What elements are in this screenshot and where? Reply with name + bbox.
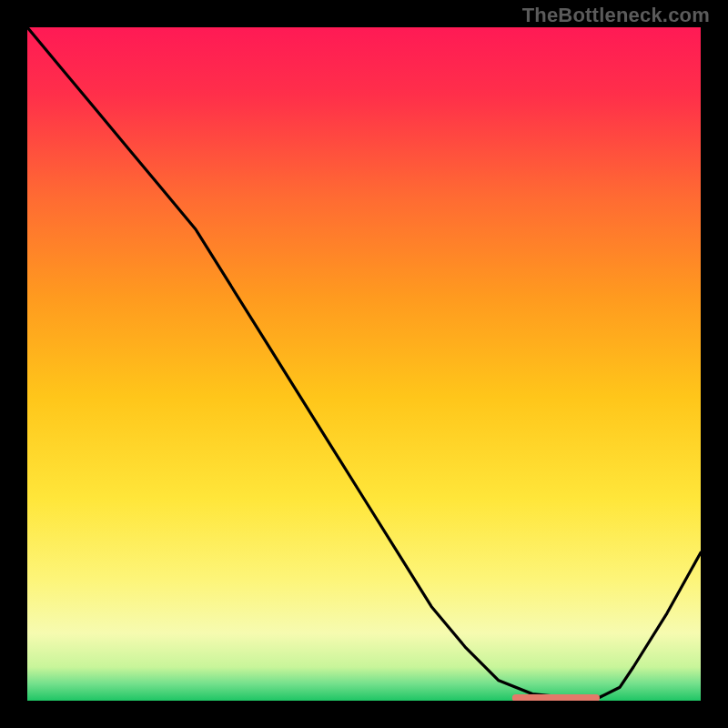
optimal-marker: [512, 694, 600, 701]
chart-svg: [27, 27, 701, 701]
plot-area: [27, 27, 701, 701]
chart-container: TheBottleneck.com: [0, 0, 728, 728]
watermark-label: TheBottleneck.com: [522, 4, 710, 27]
gradient-background: [27, 27, 701, 701]
